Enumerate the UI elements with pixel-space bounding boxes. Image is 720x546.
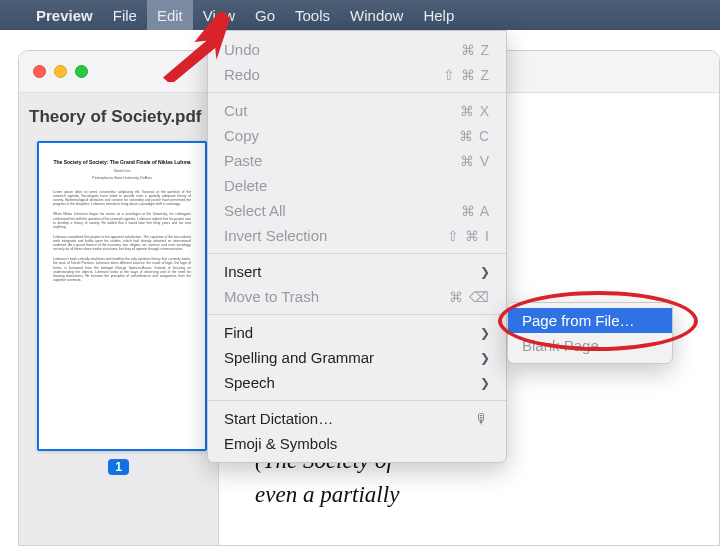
edit-menu-dropdown: Undo⌘ ZRedo⇧ ⌘ ZCut⌘ XCopy⌘ CPaste⌘ VDel… — [207, 30, 507, 463]
menu-item-label: Paste — [224, 152, 262, 169]
menu-tools[interactable]: Tools — [285, 0, 340, 30]
menu-item-insert[interactable]: Insert❯ — [208, 259, 506, 284]
menu-item-label: Start Dictation… — [224, 410, 333, 427]
document-name: Theory of Society.pdf — [19, 103, 218, 137]
menu-item-label: Redo — [224, 66, 260, 83]
menu-item-label: Find — [224, 324, 253, 341]
menu-shortcut: ⇧ ⌘ Z — [443, 67, 490, 83]
submenu-item-blank-page[interactable]: Blank Page — [508, 333, 672, 358]
thumb-body-text: Luhmann completed this project to his ap… — [53, 235, 191, 251]
body-line: even a partially — [255, 478, 719, 511]
thumb-institution: Pennsylvania State University, DuBois — [53, 176, 191, 180]
menu-item-label: Copy — [224, 127, 259, 144]
menu-shortcut: 🎙 — [475, 411, 490, 427]
menu-window[interactable]: Window — [340, 0, 413, 30]
menu-item-invert-selection: Invert Selection⇧ ⌘ I — [208, 223, 506, 248]
zoom-button[interactable] — [75, 65, 88, 78]
chevron-right-icon: ❯ — [480, 351, 490, 365]
menu-item-move-to-trash: Move to Trash⌘ ⌫ — [208, 284, 506, 309]
menu-item-label: Insert — [224, 263, 262, 280]
close-button[interactable] — [33, 65, 46, 78]
menu-item-copy: Copy⌘ C — [208, 123, 506, 148]
submenu-item-page-from-file-[interactable]: Page from File… — [508, 308, 672, 333]
traffic-lights — [33, 65, 88, 78]
minimize-button[interactable] — [54, 65, 67, 78]
menu-item-label: Invert Selection — [224, 227, 327, 244]
menu-item-speech[interactable]: Speech❯ — [208, 370, 506, 395]
thumbnail-sidebar: Theory of Society.pdf The Society of Soc… — [19, 93, 219, 545]
menu-view[interactable]: View — [193, 0, 245, 30]
menu-file[interactable]: File — [103, 0, 147, 30]
menu-item-delete: Delete — [208, 173, 506, 198]
insert-submenu: Page from File…Blank Page — [507, 302, 673, 364]
menu-shortcut: ⇧ ⌘ I — [447, 228, 490, 244]
menu-item-label: Delete — [224, 177, 267, 194]
menu-item-paste: Paste⌘ V — [208, 148, 506, 173]
menu-shortcut: ⌘ C — [459, 128, 490, 144]
menu-help[interactable]: Help — [413, 0, 464, 30]
menu-item-find[interactable]: Find❯ — [208, 320, 506, 345]
menu-shortcut: ⌘ ⌫ — [449, 289, 490, 305]
chevron-right-icon: ❯ — [480, 376, 490, 390]
menu-item-label: Speech — [224, 374, 275, 391]
menu-edit[interactable]: Edit — [147, 0, 193, 30]
menu-item-start-dictation-[interactable]: Start Dictation…🎙 — [208, 406, 506, 431]
menu-item-undo: Undo⌘ Z — [208, 37, 506, 62]
menu-item-select-all: Select All⌘ A — [208, 198, 506, 223]
menu-go[interactable]: Go — [245, 0, 285, 30]
menu-shortcut: ⌘ V — [460, 153, 490, 169]
chevron-right-icon: ❯ — [480, 326, 490, 340]
menu-bar: Preview File Edit View Go Tools Window H… — [0, 0, 720, 30]
menu-item-label: Move to Trash — [224, 288, 319, 305]
menu-item-label: Undo — [224, 41, 260, 58]
thumb-body-text: Luhmann's book critically evaluates and … — [53, 257, 191, 282]
menu-item-label: Select All — [224, 202, 286, 219]
menu-item-emoji-symbols[interactable]: Emoji & Symbols — [208, 431, 506, 456]
menu-item-spelling-and-grammar[interactable]: Spelling and Grammar❯ — [208, 345, 506, 370]
app-name[interactable]: Preview — [26, 7, 103, 24]
menu-item-cut: Cut⌘ X — [208, 98, 506, 123]
menu-shortcut: ⌘ A — [461, 203, 490, 219]
page-number-badge[interactable]: 1 — [108, 459, 129, 475]
menu-item-label: Emoji & Symbols — [224, 435, 337, 452]
menu-shortcut: ⌘ X — [460, 103, 490, 119]
thumb-title: The Society of Society: The Grand Finale… — [53, 159, 191, 165]
thumb-body-text: Lorem ipsum dolor sit amet, consectetur … — [53, 190, 191, 206]
thumb-body-text: When Niklas Luhmann began his career as … — [53, 212, 191, 228]
thumb-author: Daniel Lee — [53, 169, 191, 173]
page-thumbnail[interactable]: The Society of Society: The Grand Finale… — [37, 141, 207, 451]
menu-item-redo: Redo⇧ ⌘ Z — [208, 62, 506, 87]
menu-item-label: Spelling and Grammar — [224, 349, 374, 366]
menu-item-label: Cut — [224, 102, 247, 119]
menu-shortcut: ⌘ Z — [461, 42, 490, 58]
chevron-right-icon: ❯ — [480, 265, 490, 279]
